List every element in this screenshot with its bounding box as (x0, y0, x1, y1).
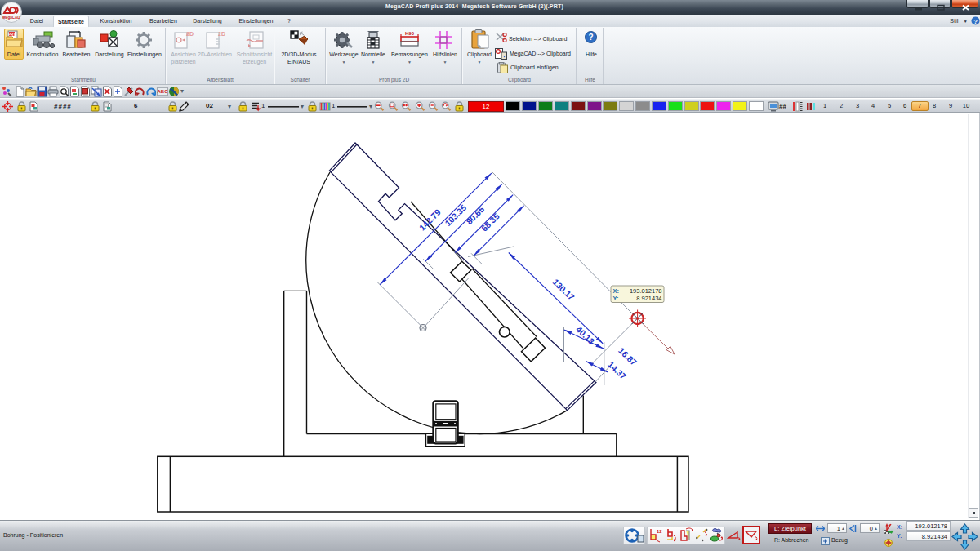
svg-text:40.13: 40.13 (574, 324, 596, 346)
svg-text:14.37: 14.37 (606, 359, 628, 381)
svg-text:130.17: 130.17 (551, 277, 577, 302)
svg-text:MegaCAD: MegaCAD (2, 16, 20, 20)
svg-text:Y:: Y: (613, 295, 619, 302)
svg-text:16.87: 16.87 (617, 345, 639, 367)
svg-text:193.012178: 193.012178 (630, 287, 662, 295)
svg-text:X:: X: (613, 287, 620, 295)
svg-text:103.35: 103.35 (443, 202, 468, 228)
svg-text:8.921434: 8.921434 (636, 295, 662, 302)
